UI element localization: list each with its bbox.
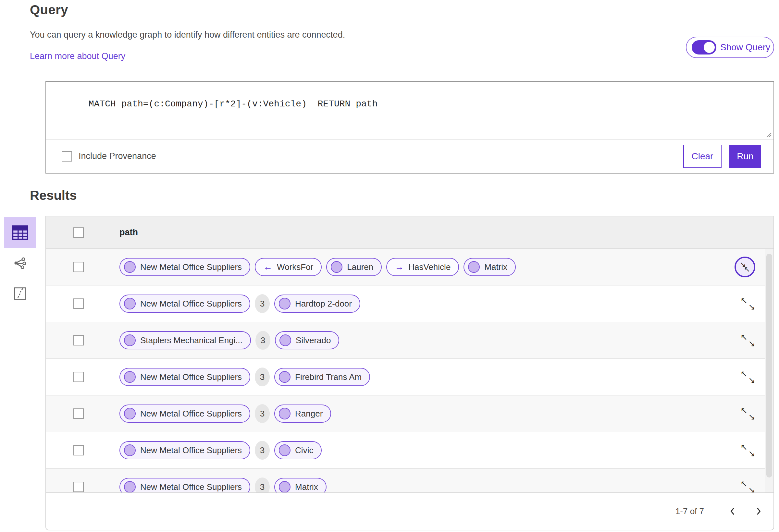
table-scrollbar[interactable] bbox=[765, 249, 774, 530]
entity-pill[interactable]: Civic bbox=[274, 441, 322, 459]
query-text: MATCH path=(c:Company)-[r*2]-(v:Vehicle)… bbox=[88, 99, 378, 109]
clear-button[interactable]: Clear bbox=[683, 145, 722, 168]
query-input[interactable]: MATCH path=(c:Company)-[r*2]-(v:Vehicle)… bbox=[46, 82, 774, 140]
relationship-label: HasVehicle bbox=[408, 262, 451, 272]
results-table: path New Metal Office Suppliers←WorksFor… bbox=[46, 216, 774, 530]
path-cell: New Metal Office Suppliers3Civic bbox=[111, 432, 774, 468]
include-provenance-checkbox[interactable] bbox=[62, 151, 72, 161]
entity-pill[interactable]: Firebird Trans Am bbox=[274, 368, 370, 386]
expand-icon[interactable]: ↖↘ bbox=[740, 443, 755, 458]
entity-label: Matrix bbox=[484, 262, 507, 272]
page-title: Query bbox=[30, 3, 68, 17]
results-rows: New Metal Office Suppliers←WorksForLaure… bbox=[46, 249, 774, 506]
entity-icon bbox=[124, 481, 136, 493]
map-view-button[interactable] bbox=[4, 278, 36, 309]
show-query-label: Show Query bbox=[720, 42, 770, 53]
include-provenance[interactable]: Include Provenance bbox=[62, 151, 156, 161]
arrow-right-icon: → bbox=[395, 262, 404, 271]
resize-handle-icon[interactable] bbox=[765, 131, 772, 138]
entity-label: Staplers Mechanical Engi... bbox=[140, 335, 242, 345]
query-actions: Include Provenance Clear Run bbox=[46, 140, 774, 172]
row-checkbox-cell bbox=[46, 322, 111, 358]
row-checkbox-cell bbox=[46, 359, 111, 395]
results-title: Results bbox=[30, 188, 77, 203]
row-checkbox[interactable] bbox=[73, 262, 84, 272]
query-page: Query You can query a knowledge graph to… bbox=[0, 0, 779, 532]
entity-icon bbox=[124, 445, 136, 456]
table-header-row: path bbox=[46, 216, 774, 249]
expand-arrow-glyph: ↘ bbox=[748, 376, 755, 384]
select-all-checkbox[interactable] bbox=[73, 227, 84, 238]
scrollbar-thumb[interactable] bbox=[766, 254, 772, 477]
entity-label: New Metal Office Suppliers bbox=[140, 299, 242, 309]
entity-label: New Metal Office Suppliers bbox=[140, 372, 242, 382]
run-button[interactable]: Run bbox=[729, 145, 761, 168]
entity-label: Matrix bbox=[295, 482, 318, 492]
entity-pill[interactable]: New Metal Office Suppliers bbox=[119, 404, 250, 423]
entity-icon bbox=[124, 408, 136, 419]
entity-pill[interactable]: Ranger bbox=[274, 404, 331, 423]
entity-pill[interactable]: New Metal Office Suppliers bbox=[119, 294, 250, 313]
row-checkbox[interactable] bbox=[73, 408, 84, 419]
entity-pill[interactable]: New Metal Office Suppliers bbox=[119, 368, 250, 386]
table-view-button[interactable] bbox=[4, 217, 36, 248]
next-page-button[interactable] bbox=[755, 507, 762, 516]
expand-arrow-glyph: ↘ bbox=[748, 413, 755, 421]
entity-icon bbox=[279, 481, 291, 493]
query-panel: MATCH path=(c:Company)-[r*2]-(v:Vehicle)… bbox=[46, 81, 774, 174]
entity-pill[interactable]: New Metal Office Suppliers bbox=[119, 441, 250, 459]
row-checkbox-cell bbox=[46, 249, 111, 285]
toggle-on-icon[interactable] bbox=[692, 40, 716, 55]
entity-pill[interactable]: Staplers Mechanical Engi... bbox=[119, 331, 251, 349]
chevron-left-icon bbox=[729, 507, 736, 516]
entity-icon bbox=[331, 261, 343, 273]
row-checkbox-cell bbox=[46, 432, 111, 468]
expand-control: ↖↘ bbox=[740, 406, 755, 421]
entity-pill[interactable]: New Metal Office Suppliers bbox=[119, 258, 250, 276]
relationship-pill[interactable]: →HasVehicle bbox=[386, 258, 459, 276]
entity-pill[interactable]: Lauren bbox=[326, 258, 382, 276]
toggle-knob bbox=[704, 42, 715, 53]
expand-arrow-glyph: ↘ bbox=[748, 339, 755, 348]
row-checkbox[interactable] bbox=[73, 482, 84, 492]
entity-label: New Metal Office Suppliers bbox=[140, 262, 242, 272]
map-view-icon bbox=[13, 287, 27, 301]
row-checkbox[interactable] bbox=[73, 298, 84, 309]
show-query-toggle[interactable]: Show Query bbox=[686, 37, 774, 58]
path-cell: New Metal Office Suppliers←WorksForLaure… bbox=[111, 249, 774, 285]
table-row: New Metal Office Suppliers3Civic↖↘ bbox=[46, 432, 774, 469]
entity-label: Civic bbox=[295, 445, 313, 455]
path-cell: Staplers Mechanical Engi...3Silverado bbox=[111, 322, 774, 358]
relationship-count-badge: 3 bbox=[255, 368, 270, 386]
expand-icon[interactable]: ↖↘ bbox=[740, 370, 755, 384]
collapse-icon[interactable]: ↘↖ bbox=[734, 257, 755, 277]
entity-pill[interactable]: Matrix bbox=[464, 258, 516, 276]
row-checkbox[interactable] bbox=[73, 445, 84, 455]
path-column-header: path bbox=[119, 227, 138, 238]
table-row: New Metal Office Suppliers←WorksForLaure… bbox=[46, 249, 774, 285]
row-checkbox[interactable] bbox=[73, 335, 84, 345]
expand-icon[interactable]: ↖↘ bbox=[740, 333, 755, 348]
row-checkbox[interactable] bbox=[73, 372, 84, 382]
table-row: Staplers Mechanical Engi...3Silverado↖↘ bbox=[46, 322, 774, 359]
entity-pill[interactable]: Silverado bbox=[275, 331, 339, 349]
row-checkbox-cell bbox=[46, 395, 111, 432]
path-cell: New Metal Office Suppliers3Hardtop 2-doo… bbox=[111, 285, 774, 322]
table-row: New Metal Office Suppliers3Hardtop 2-doo… bbox=[46, 285, 774, 322]
entity-icon bbox=[279, 445, 291, 456]
link-chart-view-button[interactable] bbox=[4, 248, 36, 278]
learn-more-link[interactable]: Learn more about Query bbox=[30, 51, 125, 61]
entity-icon bbox=[124, 298, 136, 310]
entity-pill[interactable]: Hardtop 2-door bbox=[274, 294, 360, 313]
relationship-pill[interactable]: ←WorksFor bbox=[255, 258, 322, 276]
expand-control: ↖↘ bbox=[740, 296, 755, 311]
expand-icon[interactable]: ↖↘ bbox=[740, 296, 755, 311]
prev-page-button[interactable] bbox=[729, 507, 736, 516]
expand-arrow-glyph: ↖ bbox=[740, 296, 747, 305]
expand-control: ↘↖ bbox=[734, 257, 755, 277]
expand-control: ↖↘ bbox=[740, 443, 755, 458]
chevron-right-icon bbox=[755, 507, 762, 516]
expand-icon[interactable]: ↖↘ bbox=[740, 406, 755, 421]
expand-arrow-glyph: ↖ bbox=[740, 333, 747, 341]
row-checkbox-cell bbox=[46, 285, 111, 322]
